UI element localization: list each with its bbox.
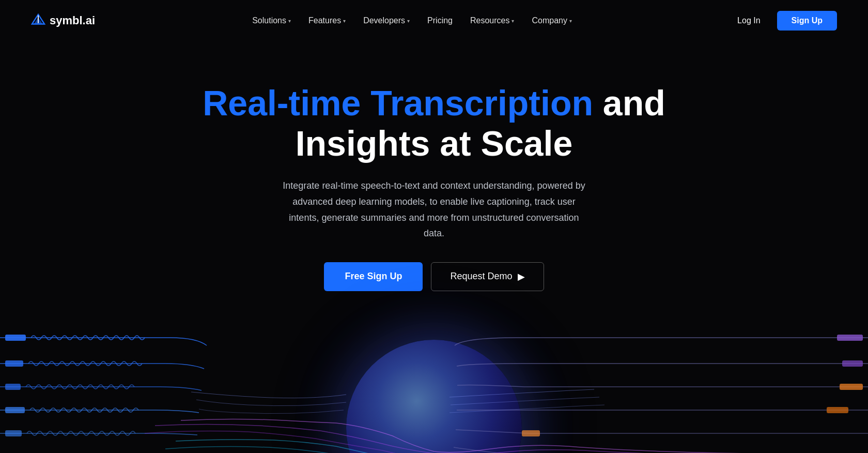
svg-rect-4 [5, 360, 23, 367]
logo[interactable]: symbl.ai [31, 13, 95, 28]
nav-features[interactable]: Features ▾ [301, 12, 353, 29]
visualization [0, 307, 868, 453]
free-signup-button[interactable]: Free Sign Up [324, 262, 423, 291]
login-button[interactable]: Log In [729, 12, 768, 29]
nav-company[interactable]: Company ▾ [524, 12, 579, 29]
chevron-down-icon: ▾ [343, 18, 346, 24]
logo-text: symbl.ai [50, 14, 95, 27]
svg-rect-12 [840, 384, 863, 390]
svg-rect-10 [837, 335, 863, 341]
svg-rect-11 [842, 360, 863, 367]
nav-pricing[interactable]: Pricing [420, 12, 460, 29]
hero-section: Real-time Transcription and Insights at … [0, 41, 868, 291]
visualization-svg [0, 307, 868, 453]
nav-developers[interactable]: Developers ▾ [356, 12, 417, 29]
request-demo-button[interactable]: Request Demo ▶ [431, 262, 544, 291]
hero-subtitle: Integrate real-time speech-to-text and c… [279, 178, 589, 241]
chevron-down-icon: ▾ [288, 18, 291, 24]
svg-rect-7 [5, 430, 22, 436]
nav-resources[interactable]: Resources ▾ [463, 12, 521, 29]
signup-button[interactable]: Sign Up [777, 11, 837, 31]
hero-title-blue: Real-time Transcription [203, 83, 593, 123]
nav-solutions[interactable]: Solutions ▾ [245, 12, 298, 29]
svg-rect-6 [5, 407, 25, 413]
logo-icon [31, 13, 45, 28]
svg-rect-14 [522, 430, 540, 436]
svg-rect-5 [5, 384, 21, 390]
chevron-down-icon: ▾ [569, 18, 572, 24]
svg-rect-3 [5, 335, 26, 341]
nav-links: Solutions ▾ Features ▾ Developers ▾ Pric… [245, 12, 579, 29]
hero-title: Real-time Transcription and Insights at … [203, 83, 665, 163]
arrow-icon: ▶ [518, 271, 525, 282]
navbar: symbl.ai Solutions ▾ Features ▾ Develope… [0, 0, 868, 41]
hero-title-white: Insights at Scale [296, 124, 573, 163]
chevron-down-icon: ▾ [407, 18, 410, 24]
chevron-down-icon: ▾ [512, 18, 514, 24]
svg-rect-13 [827, 407, 848, 413]
nav-right: Log In Sign Up [729, 11, 837, 31]
hero-buttons: Free Sign Up Request Demo ▶ [324, 262, 544, 291]
